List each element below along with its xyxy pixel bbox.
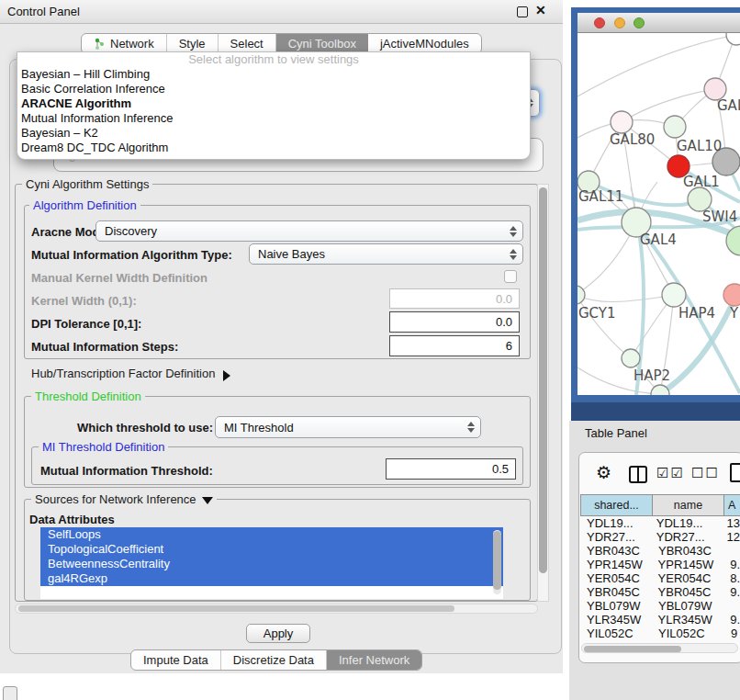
dropdown-item-selected[interactable]: ARACNE Algorithm [17,96,530,111]
tab-label: Impute Data [143,653,208,667]
scrollbar-thumb[interactable] [18,605,454,612]
close-icon[interactable]: ✕ [535,3,546,17]
table-cell: YBR043C [580,544,653,558]
document-icon[interactable] [730,463,740,482]
node-label: HAP4 [678,305,715,322]
table-row[interactable]: YLR345WYLR345W9. [580,613,740,627]
list-vertical-scrollbar[interactable] [493,530,501,594]
which-threshold-combo[interactable]: MI Threshold [215,416,481,438]
network-node-y[interactable] [723,284,740,306]
table-cell: 13 [721,516,740,530]
mi-threshold-input[interactable]: 0.5 [386,458,516,480]
column-header-shared-name[interactable]: shared... [580,494,653,516]
tab-jactivemnodules[interactable]: jActiveMNodules [368,34,481,53]
scrollbar-thumb[interactable] [539,187,547,573]
table-cell: YBR045C [580,585,653,599]
dpi-tolerance-input[interactable]: 0.0 [389,311,520,333]
list-item[interactable]: gal4RGexp [40,571,503,586]
table-cell: YER054C [580,571,653,585]
hub-transcription-expander[interactable]: Hub/Transcription Factor Definition [31,367,230,380]
columns-icon[interactable] [629,466,647,483]
node-label: GAL10 [677,138,722,154]
mi-algorithm-type-value: Naive Bayes [258,247,325,261]
tab-select[interactable]: Select [219,34,276,53]
table-row[interactable]: YDR27...YDR27...12 [580,530,740,544]
tab-discretize-data[interactable]: Discretize Data [221,650,327,670]
table-cell: YLR345W [580,613,653,627]
network-node-gal10[interactable] [664,116,686,138]
apply-label: Apply [263,627,294,640]
mi-algorithm-type-combo[interactable]: Naive Bayes [249,243,523,265]
table-cell: YPR145W [653,558,724,571]
tab-impute-data[interactable]: Impute Data [131,650,221,670]
table-cell: YIL052C [653,627,724,640]
network-window-titlebar [577,13,740,33]
table-cell: YIL052C [580,627,653,640]
zoom-traffic-light[interactable] [633,17,645,28]
column-header-partial[interactable]: A [724,494,740,516]
dropdown-item[interactable]: Basic Correlation Inference [17,82,530,96]
bottom-left-icon[interactable] [3,686,17,700]
settings-vertical-scrollbar[interactable] [537,184,549,602]
minimize-traffic-light[interactable] [614,17,625,28]
control-panel-titlebar: Control Panel ✕ [0,0,563,24]
kernel-width-input[interactable]: 0.0 [389,288,520,309]
dropdown-item[interactable]: Dream8 DC_TDC Algorithm [17,141,530,155]
network-node-hap4[interactable] [662,283,686,307]
manual-kernel-checkbox[interactable] [504,270,517,283]
network-node-gal80[interactable] [611,111,633,133]
table-horizontal-scrollbar[interactable] [581,643,738,653]
tab-network[interactable]: Network [82,34,167,53]
tab-style[interactable]: Style [167,34,219,53]
algorithm-dropdown-popup: Select algorithm to view settings Bayesi… [17,51,531,160]
gear-icon[interactable]: ⚙ [596,464,611,482]
network-node[interactable] [726,33,740,45]
table-row[interactable]: YPR145WYPR145W9. [580,558,740,571]
table-cell: 12 [721,530,740,544]
mi-algorithm-type-label: Mutual Information Algorithm Type: [31,248,232,262]
tab-infer-network[interactable]: Infer Network [327,650,421,670]
scrollbar-thumb[interactable] [493,531,501,590]
list-item[interactable]: SelfLoops [40,527,503,542]
kernel-width-value: 0.0 [496,292,512,306]
deselect-all-checks-icon[interactable]: ☐☐ [691,465,720,481]
dropdown-item[interactable]: Bayesian – Hill Climbing [17,67,530,82]
algorithm-definition-title: Algorithm Definition [29,198,140,212]
select-all-checks-icon[interactable]: ☑☑ [656,465,685,481]
list-item[interactable]: BetweennessCentrality [40,557,503,571]
dropdown-item[interactable]: Bayesian – K2 [17,126,530,141]
list-item[interactable]: TopologicalCoefficient [40,542,503,557]
network-node-hap2[interactable] [622,349,640,367]
table-row[interactable]: YBR043CYBR043C [580,544,740,558]
aracne-mode-combo[interactable]: Discovery [95,220,523,242]
float-icon[interactable] [517,6,528,17]
table-row[interactable]: YER054CYER054C8. [580,571,740,585]
table-row[interactable]: YBR045CYBR045C9. [580,585,740,599]
data-attributes-label: Data Attributes [29,513,115,526]
table-rows: YDL19...YDL19...13YDR27...YDR27...12YBR0… [580,516,740,640]
node-label: Y [729,305,739,322]
column-header-name[interactable]: name [653,494,724,516]
data-attributes-list: SelfLoops TopologicalCoefficient Between… [40,527,503,599]
combo-stepper-icon [510,226,517,237]
bottom-tab-bar: Impute Data Discretize Data Infer Networ… [130,649,422,671]
table-cell: 9. [723,558,740,571]
settings-horizontal-scrollbar[interactable] [15,604,538,614]
table-header: shared... name A [580,494,740,516]
apply-button[interactable]: Apply [246,624,310,643]
table-cell: YER054C [653,571,724,585]
close-traffic-light[interactable] [594,17,605,28]
mi-threshold-label: Mutual Information Threshold: [40,464,213,478]
tab-label: Discretize Data [233,653,314,667]
network-edge[interactable] [577,295,674,302]
scrollbar-thumb[interactable] [584,646,681,652]
table-row[interactable]: YIL052CYIL052C9 [580,627,740,640]
table-row[interactable]: YBL079WYBL079W [580,599,740,613]
network-node-gcy1[interactable] [577,286,585,304]
mi-steps-input[interactable]: 6 [389,335,520,356]
network-canvas[interactable]: GALGAL80GAL10GAL1GAL11SWI4GAL4GCY1HAP4YH… [577,33,740,395]
tab-cyni-toolbox[interactable]: Cyni Toolbox [276,34,368,53]
node-label: HAP2 [633,367,670,384]
table-row[interactable]: YDL19...YDL19...13 [580,516,740,530]
dropdown-item[interactable]: Mutual Information Inference [17,111,530,126]
